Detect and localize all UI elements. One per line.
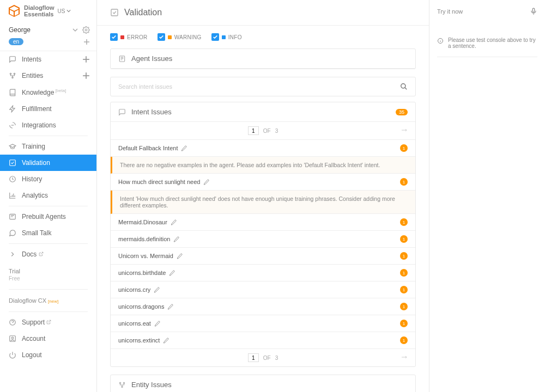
svg-rect-4 (10, 160, 16, 166)
entity-issues-header[interactable]: Entity Issues (111, 375, 415, 392)
intent-name: Unicorn vs. Mermaid (118, 253, 173, 259)
next-page-button[interactable] (401, 354, 408, 361)
pencil-icon[interactable] (169, 270, 175, 276)
panel-title: Agent Issues (131, 54, 172, 63)
sidebar: Dialogflow Essentials US George en Inten… (0, 0, 97, 392)
try-it-message: Please use test console above to try a s… (437, 37, 537, 57)
sidebar-item-label: Prebuilt Agents (22, 213, 66, 220)
plus-icon[interactable] (82, 72, 90, 79)
brand-text: Dialogflow Essentials (24, 4, 55, 17)
sidebar-item-analytics[interactable]: Analytics (0, 187, 96, 204)
book-icon (9, 89, 16, 96)
sidebar-item-label: Logout (22, 351, 42, 359)
sidebar-item-integrations[interactable]: Integrations (0, 117, 96, 133)
intent-row[interactable]: How much direct sunlight need1 (111, 174, 415, 191)
filter-warning[interactable]: WARNING (158, 33, 202, 41)
sidebar-item-training[interactable]: Training (0, 138, 96, 155)
page-input[interactable] (248, 353, 259, 362)
chevron-down-icon (66, 9, 71, 13)
checkbox-icon (158, 33, 165, 41)
intent-issues-header[interactable]: Intent Issues 35 (111, 102, 415, 122)
trial-label: Trial (0, 262, 96, 275)
sidebar-item-intents[interactable]: Intents (0, 51, 96, 68)
intent-row[interactable]: unicorns.dragons1 (111, 298, 415, 315)
try-it-header: Try it now (437, 8, 537, 37)
brand-line1: Dialogflow (24, 4, 55, 11)
sidebar-item-support[interactable]: Support (0, 314, 96, 330)
intent-name: unicorns.cry (118, 286, 150, 293)
search-icon[interactable] (400, 83, 408, 90)
sidebar-item-docs[interactable]: Docs (0, 246, 96, 262)
pager-of: OF (263, 355, 271, 361)
pencil-icon[interactable] (173, 236, 179, 242)
sidebar-item-label: Analytics (22, 192, 48, 199)
chevron-right-icon (9, 250, 16, 258)
trial-sub: Free (0, 275, 96, 287)
warning-dot-icon (168, 35, 172, 39)
intent-row[interactable]: mermaids.definition1 (111, 231, 415, 248)
sidebar-item-logout[interactable]: Logout (0, 347, 96, 363)
mic-icon[interactable] (530, 8, 537, 15)
intent-row[interactable]: Mermaid.Dinosaur1 (111, 214, 415, 231)
agent-issues-header[interactable]: Agent Issues (111, 49, 415, 69)
intent-row[interactable]: Default Fallback Intent1 (111, 140, 415, 157)
agent-row[interactable]: George (0, 21, 96, 35)
intent-row[interactable]: unicorns.birthdate1 (111, 265, 415, 281)
sidebar-item-smalltalk[interactable]: Small Talk (0, 225, 96, 241)
pencil-icon[interactable] (154, 321, 160, 327)
filter-label: WARNING (174, 34, 202, 40)
page-input[interactable] (248, 126, 259, 135)
intent-name: Mermaid.Dinosaur (118, 219, 167, 225)
pencil-icon[interactable] (171, 219, 177, 225)
pencil-icon[interactable] (177, 253, 183, 259)
entity-issues-panel: Entity Issues (110, 375, 416, 392)
issues-count-badge: 35 (396, 109, 408, 115)
logo-icon (8, 4, 21, 17)
sidebar-item-prebuilt[interactable]: Prebuilt Agents (0, 209, 96, 225)
sidebar-item-entities[interactable]: Entities (0, 68, 96, 84)
panel-title: Intent Issues (131, 108, 172, 116)
pencil-icon[interactable] (154, 287, 160, 293)
check-square-icon (110, 8, 119, 17)
pencil-icon[interactable] (181, 145, 187, 151)
lang-pill[interactable]: en (9, 38, 23, 45)
pencil-icon[interactable] (163, 338, 169, 344)
chat-icon (9, 56, 16, 63)
intent-row[interactable]: unicorns.extinct1 (111, 332, 415, 348)
sidebar-item-label: Validation (22, 159, 50, 167)
sidebar-item-account[interactable]: Account (0, 330, 96, 347)
filter-row: ERROR WARNING INFO (110, 33, 416, 41)
intent-name: Default Fallback Intent (118, 145, 178, 151)
issue-count-badge: 1 (400, 144, 408, 152)
pencil-icon[interactable] (167, 304, 173, 310)
filter-error[interactable]: ERROR (110, 33, 148, 41)
intent-row[interactable]: unicorns.cry1 (111, 281, 415, 298)
agent-name: George (9, 26, 31, 34)
intent-row[interactable]: unicorns.eat1 (111, 315, 415, 332)
plus-icon[interactable] (82, 56, 90, 63)
sidebar-item-validation[interactable]: Validation (0, 155, 96, 171)
sidebar-item-fulfillment[interactable]: Fulfillment (0, 101, 96, 117)
pager-top: OF 3 (111, 122, 415, 140)
filter-info[interactable]: INFO (211, 33, 242, 41)
sidebar-item-label: Intents (22, 56, 41, 63)
issue-count-badge: 1 (400, 269, 408, 277)
sidebar-item-knowledge[interactable]: Knowledge[beta] (0, 84, 96, 101)
pencil-icon[interactable] (203, 179, 209, 185)
pager-total: 3 (275, 128, 278, 134)
intent-row[interactable]: Unicorn vs. Mermaid1 (111, 248, 415, 265)
try-it-text: Please use test console above to try a s… (448, 37, 537, 49)
page-title: Validation (124, 8, 162, 17)
sidebar-item-history[interactable]: History (0, 171, 96, 187)
dialogflow-cx-link[interactable]: Dialogflow CX[new] (0, 292, 96, 309)
search-input[interactable] (118, 83, 400, 90)
add-language-icon[interactable] (83, 39, 90, 45)
svg-point-13 (119, 382, 120, 383)
info-dot-icon (222, 35, 226, 39)
locale-selector[interactable]: US (58, 8, 71, 14)
gear-icon[interactable] (82, 26, 90, 34)
chevron-down-icon[interactable] (72, 27, 78, 33)
svg-point-3 (12, 77, 13, 78)
next-page-button[interactable] (401, 127, 408, 134)
issue-count-badge: 1 (400, 286, 408, 293)
